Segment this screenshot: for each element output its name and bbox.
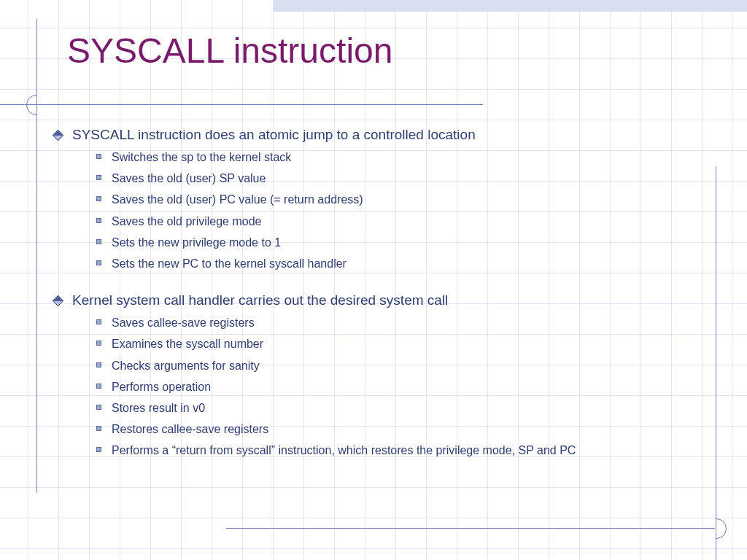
square-bullet-icon: [96, 362, 101, 368]
bullet-text: Performs a “return from syscall” instruc…: [112, 442, 576, 459]
bullet-level-2: Stores result in v0: [96, 400, 718, 416]
bullet-level-2: Saves the old (user) PC value (= return …: [96, 191, 718, 208]
bullet-text: Restores callee-save registers: [112, 421, 268, 438]
diamond-bullet-icon: [53, 295, 64, 307]
square-bullet-icon: [96, 447, 101, 452]
bullet-text: Stores result in v0: [112, 400, 205, 416]
square-bullet-icon: [96, 154, 101, 159]
bullet-text: Saves the old (user) PC value (= return …: [112, 191, 363, 208]
slide-content: SYSCALL instruction does an atomic jump …: [54, 122, 718, 463]
bullet-level-2: Sets the new PC to the kernel syscall ha…: [96, 255, 718, 272]
bullet-text: Saves callee-save registers: [112, 314, 255, 331]
square-bullet-icon: [96, 341, 101, 346]
square-bullet-icon: [96, 218, 101, 223]
bullet-level-2: Saves the old (user) SP value: [96, 170, 718, 187]
bullet-level-2: Performs a “return from syscall” instruc…: [96, 442, 718, 459]
square-bullet-icon: [96, 175, 101, 180]
bullet-text: Switches the sp to the kernel stack: [112, 149, 291, 166]
bullet-text: Saves the old privilege mode: [112, 213, 261, 230]
square-bullet-icon: [96, 196, 101, 201]
bullet-level-2: Saves the old privilege mode: [96, 213, 718, 230]
bullet-text: Sets the new privilege mode to 1: [112, 234, 281, 251]
bullet-text: Sets the new PC to the kernel syscall ha…: [112, 255, 347, 272]
square-bullet-icon: [96, 319, 101, 324]
bullet-text: Saves the old (user) SP value: [112, 170, 266, 187]
bullet-level-2: Restores callee-save registers: [96, 421, 718, 438]
top-accent-bar: [274, 0, 747, 12]
section-heading: SYSCALL instruction does an atomic jump …: [72, 127, 476, 143]
slide-title: SYSCALL instruction: [67, 31, 392, 71]
bullet-text: Examines the syscall number: [112, 335, 263, 352]
bullet-text: Performs operation: [112, 378, 211, 395]
bullet-text: Checks arguments for sanity: [112, 357, 260, 374]
bullet-level-2: Sets the new privilege mode to 1: [96, 234, 718, 251]
bullet-level-2: Performs operation: [96, 378, 718, 395]
bullet-level-2: Switches the sp to the kernel stack: [96, 149, 718, 166]
square-bullet-icon: [96, 260, 101, 265]
square-bullet-icon: [96, 239, 101, 244]
diamond-bullet-icon: [53, 130, 64, 141]
square-bullet-icon: [96, 426, 101, 431]
bullet-level-2: Saves callee-save registers: [96, 314, 718, 331]
section-heading: Kernel system call handler carries out t…: [72, 292, 448, 308]
bullet-level-2: Checks arguments for sanity: [96, 357, 718, 374]
bullet-level-1: Kernel system call handler carries out t…: [54, 292, 718, 308]
square-bullet-icon: [96, 384, 101, 389]
bullet-level-2: Examines the syscall number: [96, 335, 718, 352]
bullet-level-1: SYSCALL instruction does an atomic jump …: [54, 127, 718, 143]
square-bullet-icon: [96, 405, 101, 410]
